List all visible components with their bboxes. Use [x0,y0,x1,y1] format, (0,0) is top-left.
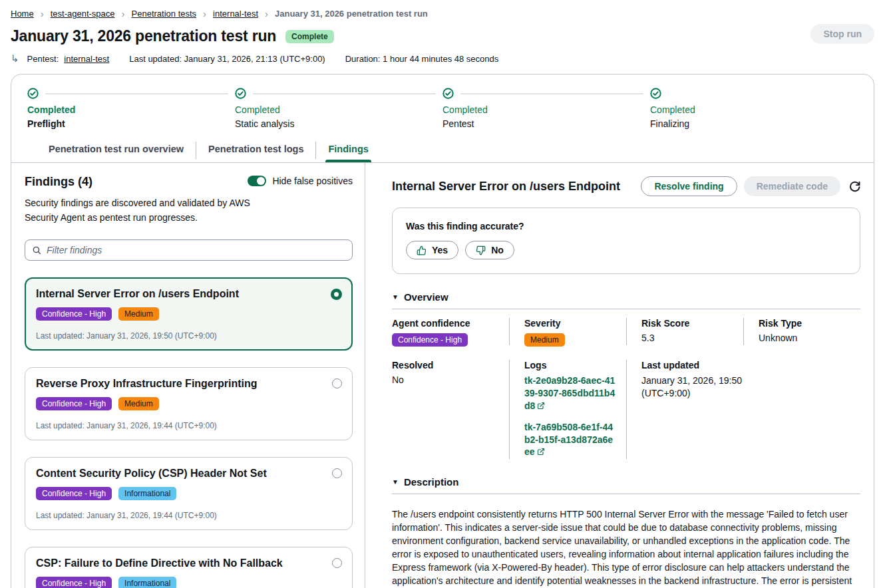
risk-type-label: Risk Type [759,318,851,329]
log-link-1[interactable]: tk-2e0a9b28-6aec-4139-9307-865dbd11b4d8 [524,374,617,413]
severity-badge: Medium [118,397,159,410]
risk-type-cell: Risk Type Unknown [743,318,860,345]
tab-findings[interactable]: Findings [316,138,380,162]
overview-section: ▼ Overview Agent confidence Confidence -… [392,291,860,459]
step-status: Completed [235,104,442,115]
finding-last-updated: Last updated: January 31, 2026, 19:44 (U… [36,421,341,430]
filter-findings-input[interactable] [47,245,345,255]
finding-card-csp-header-not-set[interactable]: Content Security Policy (CSP) Header Not… [25,457,353,530]
stop-run-button[interactable]: Stop run [810,24,874,44]
risk-score-cell: Risk Score 5.3 [626,318,743,345]
confidence-badge: Confidence - High [36,577,112,588]
breadcrumb-separator-icon: › [264,8,269,19]
breadcrumb-separator-icon: › [120,8,126,19]
breadcrumb-pentests[interactable]: Penetration tests [132,9,197,19]
feedback-no-button[interactable]: No [465,241,514,259]
resolve-finding-button[interactable]: Resolve finding [641,176,737,196]
resolved-label: Resolved [392,360,500,370]
run-duration: Duration: 1 hour 44 minutes 48 seconds [345,54,499,64]
last-updated-cell: Last updated January 31, 2026, 19:50 (UT… [626,360,860,459]
findings-panel-title: Findings (4) [25,175,92,189]
description-text: The /users endpoint consistently returns… [392,508,860,588]
description-section-title: Description [404,476,459,488]
finding-title: Internal Server Error on /users Endpoint [36,288,341,300]
severity-badge: Informational [118,487,176,500]
finding-title: CSP: Failure to Define Directive with No… [36,557,341,569]
resolved-value: No [392,374,500,385]
step-label: Pentest [442,118,650,129]
refresh-icon [848,180,860,192]
breadcrumb: Home › test-agent-space › Penetration te… [11,8,874,19]
breadcrumb-internal-test[interactable]: internal-test [213,9,258,19]
search-icon [32,245,41,255]
tab-bar: Penetration test run overview Penetratio… [11,132,874,163]
severity-badge: Medium [118,307,159,321]
logs-label: Logs [524,360,617,370]
step-label: Static analysis [235,118,442,129]
resolved-cell: Resolved No [392,360,509,459]
tab-run-logs[interactable]: Penetration test logs [196,138,315,162]
findings-panel-description: Security findings are discovered and val… [25,196,259,225]
tab-run-overview[interactable]: Penetration test run overview [37,138,196,162]
agent-confidence-label: Agent confidence [392,318,500,329]
confidence-badge: Confidence - High [36,307,112,321]
feedback-yes-button[interactable]: Yes [406,241,458,259]
finding-detail-panel: Internal Server Error on /users Endpoint… [365,163,874,588]
hide-false-positives-toggle[interactable]: Hide false positives [248,176,353,186]
pentest-link[interactable]: internal-test [64,54,109,64]
breadcrumb-separator-icon: › [202,8,208,19]
confidence-badge: Confidence - High [392,333,468,347]
step-label: Finalizing [650,118,858,129]
toggle-switch[interactable] [248,176,266,186]
collapse-caret-icon: ▼ [392,478,399,486]
section-divider [392,309,860,309]
check-circle-icon [650,88,661,99]
breadcrumb-space[interactable]: test-agent-space [51,9,115,19]
severity-badge: Informational [118,577,176,588]
description-section: ▼ Description The /users endpoint consis… [392,476,860,588]
finding-card-reverse-proxy[interactable]: Reverse Proxy Infrastructure Fingerprint… [25,367,353,440]
return-arrow-icon: ↳ [11,53,19,65]
progress-steps: Completed Preflight Completed Static ana… [11,74,874,132]
run-last-updated: Last updated: January 31, 2026, 21:13 (U… [129,54,325,64]
step-status: Completed [27,104,235,115]
step-connector [253,93,436,94]
remediate-code-button[interactable]: Remediate code [744,176,840,196]
section-divider [392,494,860,494]
finding-last-updated: Last updated: January 31, 2026, 19:44 (U… [36,511,341,520]
refresh-button[interactable] [848,180,860,192]
finding-card-internal-server-error[interactable]: Internal Server Error on /users Endpoint… [25,277,353,351]
findings-list-panel: Findings (4) Hide false positives Securi… [11,163,365,588]
finding-detail-title: Internal Server Error on /users Endpoint [392,180,641,194]
step-status: Completed [442,104,650,115]
step-connector [45,93,228,94]
step-status: Completed [650,104,858,115]
feedback-yes-label: Yes [432,245,448,255]
breadcrumb-home[interactable]: Home [11,9,34,19]
confidence-badge: Confidence - High [36,487,112,500]
last-updated-value: January 31, 2026, 19:50 (UTC+9:00) [641,374,748,400]
step-pentest: Completed Pentest [442,88,650,129]
check-circle-icon [27,88,39,99]
toggle-label: Hide false positives [272,176,353,186]
severity-badge: Medium [524,333,565,347]
risk-score-value: 5.3 [641,333,734,343]
finding-card-csp-directive-fallback[interactable]: CSP: Failure to Define Directive with No… [25,547,353,588]
check-circle-icon [235,88,246,99]
log-link-2[interactable]: tk-7a69b508-6e1f-44b2-b15f-a13d872a6eee [524,421,617,460]
run-status-badge: Complete [285,30,334,43]
overview-section-header[interactable]: ▼ Overview [392,291,860,303]
feedback-question: Was this finding accurate? [406,221,846,231]
external-link-icon [537,400,545,413]
page-header: Home › test-agent-space › Penetration te… [0,0,885,65]
check-circle-icon [442,88,454,99]
thumbs-down-icon [476,245,486,255]
step-label: Preflight [27,118,235,129]
page-title: January 31, 2026 penetration test run [11,27,276,45]
description-section-header[interactable]: ▼ Description [392,476,860,488]
risk-score-label: Risk Score [641,318,734,329]
step-static-analysis: Completed Static analysis [235,88,442,129]
risk-type-value: Unknown [759,333,851,343]
severity-label: Severity [524,318,617,329]
feedback-no-label: No [491,245,504,255]
